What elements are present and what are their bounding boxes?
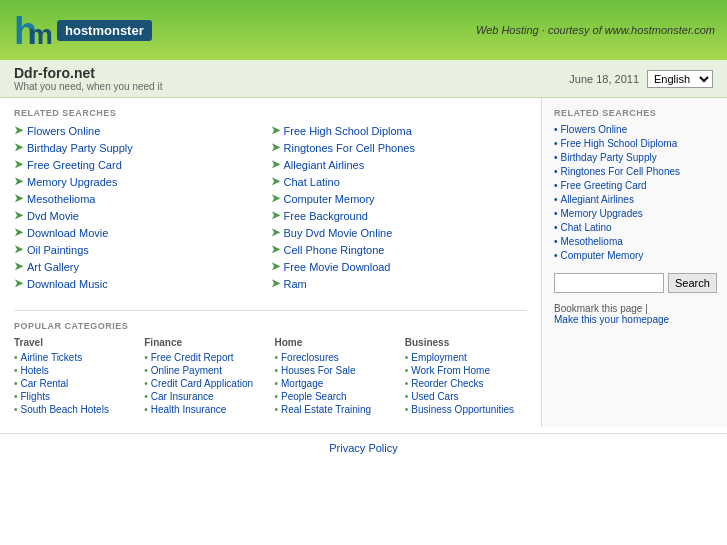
category-link-anchor[interactable]: Used Cars xyxy=(411,391,458,402)
category-link-anchor[interactable]: Free Credit Report xyxy=(151,352,234,363)
sidebar-link-item: •Flowers Online xyxy=(554,124,715,135)
category-link-anchor[interactable]: Employment xyxy=(411,352,467,363)
search-link-anchor[interactable]: Computer Memory xyxy=(284,193,375,205)
search-link-item: ➤Buy Dvd Movie Online xyxy=(271,226,528,239)
sidebar-search-button[interactable]: Search xyxy=(668,273,717,293)
category-link-anchor[interactable]: Houses For Sale xyxy=(281,365,355,376)
sidebar-link-anchor[interactable]: Free High School Diploma xyxy=(561,138,678,149)
sidebar-link-item: •Ringtones For Cell Phones xyxy=(554,166,715,177)
arrow-icon: ➤ xyxy=(14,192,23,205)
arrow-icon: ➤ xyxy=(271,175,280,188)
search-link-anchor[interactable]: Ram xyxy=(284,278,307,290)
main-layout: RELATED SEARCHES ➤Flowers Online➤Birthda… xyxy=(0,98,727,427)
search-link-item: ➤Free Movie Download xyxy=(271,260,528,273)
category-link-anchor[interactable]: People Search xyxy=(281,391,347,402)
search-link-anchor[interactable]: Art Gallery xyxy=(27,261,79,273)
category-link-item: •Employment xyxy=(405,352,527,363)
search-link-anchor[interactable]: Buy Dvd Movie Online xyxy=(284,227,393,239)
sidebar-link-anchor[interactable]: Allegiant Airlines xyxy=(561,194,634,205)
category-link-item: •Online Payment xyxy=(144,365,266,376)
category-link-item: •Free Credit Report xyxy=(144,352,266,363)
category-link-item: •Reorder Checks xyxy=(405,378,527,389)
category-link-anchor[interactable]: Online Payment xyxy=(151,365,222,376)
search-link-anchor[interactable]: Chat Latino xyxy=(284,176,340,188)
search-link-anchor[interactable]: Free Movie Download xyxy=(284,261,391,273)
search-link-anchor[interactable]: Mesothelioma xyxy=(27,193,95,205)
search-link-anchor[interactable]: Free High School Diploma xyxy=(284,125,412,137)
search-link-item: ➤Free Greeting Card xyxy=(14,158,271,171)
category-link-anchor[interactable]: Real Estate Training xyxy=(281,404,371,415)
search-link-item: ➤Download Music xyxy=(14,277,271,290)
category-link-anchor[interactable]: Car Insurance xyxy=(151,391,214,402)
bullet-icon: • xyxy=(144,391,148,402)
search-link-anchor[interactable]: Flowers Online xyxy=(27,125,100,137)
site-name: Ddr-foro.net xyxy=(14,65,162,81)
search-link-item: ➤Computer Memory xyxy=(271,192,528,205)
sidebar-link-anchor[interactable]: Birthday Party Supply xyxy=(561,152,657,163)
related-searches-grid: ➤Flowers Online➤Birthday Party Supply➤Fr… xyxy=(14,124,527,294)
category-link-anchor[interactable]: Car Rental xyxy=(21,378,69,389)
category-link-anchor[interactable]: Hotels xyxy=(21,365,49,376)
category-link-anchor[interactable]: Health Insurance xyxy=(151,404,227,415)
homepage-link[interactable]: Make this your homepage xyxy=(554,314,669,325)
related-searches-label: RELATED SEARCHES xyxy=(14,108,527,118)
sidebar-link-item: •Birthday Party Supply xyxy=(554,152,715,163)
search-link-item: ➤Ram xyxy=(271,277,528,290)
site-tagline: What you need, when you need it xyxy=(14,81,162,92)
sidebar-bullet-icon: • xyxy=(554,124,558,135)
category-link-anchor[interactable]: Flights xyxy=(21,391,50,402)
category-link-item: •Hotels xyxy=(14,365,136,376)
sidebar-link-anchor[interactable]: Mesothelioma xyxy=(561,236,623,247)
bullet-icon: • xyxy=(14,365,18,376)
sidebar-link-anchor[interactable]: Flowers Online xyxy=(561,124,628,135)
sidebar-link-anchor[interactable]: Memory Upgrades xyxy=(561,208,643,219)
category-link-anchor[interactable]: Business Opportunities xyxy=(411,404,514,415)
arrow-icon: ➤ xyxy=(14,226,23,239)
category-link-anchor[interactable]: Credit Card Application xyxy=(151,378,253,389)
sidebar-link-anchor[interactable]: Chat Latino xyxy=(561,222,612,233)
search-link-anchor[interactable]: Free Greeting Card xyxy=(27,159,122,171)
sidebar-link-item: •Free High School Diploma xyxy=(554,138,715,149)
search-link-anchor[interactable]: Dvd Movie xyxy=(27,210,79,222)
search-link-item: ➤Birthday Party Supply xyxy=(14,141,271,154)
sidebar-bullet-icon: • xyxy=(554,166,558,177)
category-link-anchor[interactable]: Reorder Checks xyxy=(411,378,483,389)
search-link-item: ➤Cell Phone Ringtone xyxy=(271,243,528,256)
category-link-anchor[interactable]: Mortgage xyxy=(281,378,323,389)
arrow-icon: ➤ xyxy=(271,243,280,256)
category-link-anchor[interactable]: Airline Tickets xyxy=(21,352,83,363)
sidebar-related-label: RELATED SEARCHES xyxy=(554,108,715,118)
search-link-item: ➤Oil Paintings xyxy=(14,243,271,256)
search-link-anchor[interactable]: Ringtones For Cell Phones xyxy=(284,142,415,154)
category-link-item: •Airline Tickets xyxy=(14,352,136,363)
privacy-link[interactable]: Privacy Policy xyxy=(329,442,397,454)
sidebar-bullet-icon: • xyxy=(554,138,558,149)
sidebar-link-anchor[interactable]: Computer Memory xyxy=(561,250,644,261)
arrow-icon: ➤ xyxy=(271,260,280,273)
subheader-right: June 18, 2011 English Spanish French xyxy=(569,70,713,88)
bullet-icon: • xyxy=(14,404,18,415)
search-link-item: ➤Allegiant Airlines xyxy=(271,158,528,171)
search-link-anchor[interactable]: Free Background xyxy=(284,210,368,222)
hostmonster-logo-icon: h m xyxy=(12,8,57,53)
bullet-icon: • xyxy=(144,404,148,415)
bullet-icon: • xyxy=(144,378,148,389)
search-link-anchor[interactable]: Download Movie xyxy=(27,227,108,239)
sidebar-link-anchor[interactable]: Ringtones For Cell Phones xyxy=(561,166,681,177)
search-link-item: ➤Ringtones For Cell Phones xyxy=(271,141,528,154)
search-link-anchor[interactable]: Oil Paintings xyxy=(27,244,89,256)
sidebar-bullet-icon: • xyxy=(554,152,558,163)
category-link-anchor[interactable]: South Beach Hotels xyxy=(21,404,109,415)
language-select[interactable]: English Spanish French xyxy=(647,70,713,88)
search-link-anchor[interactable]: Allegiant Airlines xyxy=(284,159,365,171)
search-link-anchor[interactable]: Birthday Party Supply xyxy=(27,142,133,154)
search-link-anchor[interactable]: Memory Upgrades xyxy=(27,176,117,188)
bullet-icon: • xyxy=(405,404,409,415)
arrow-icon: ➤ xyxy=(14,243,23,256)
sidebar-search-input[interactable] xyxy=(554,273,664,293)
category-link-anchor[interactable]: Work From Home xyxy=(411,365,490,376)
sidebar-link-anchor[interactable]: Free Greeting Card xyxy=(561,180,647,191)
category-link-anchor[interactable]: Foreclosures xyxy=(281,352,339,363)
search-link-anchor[interactable]: Download Music xyxy=(27,278,108,290)
search-link-anchor[interactable]: Cell Phone Ringtone xyxy=(284,244,385,256)
